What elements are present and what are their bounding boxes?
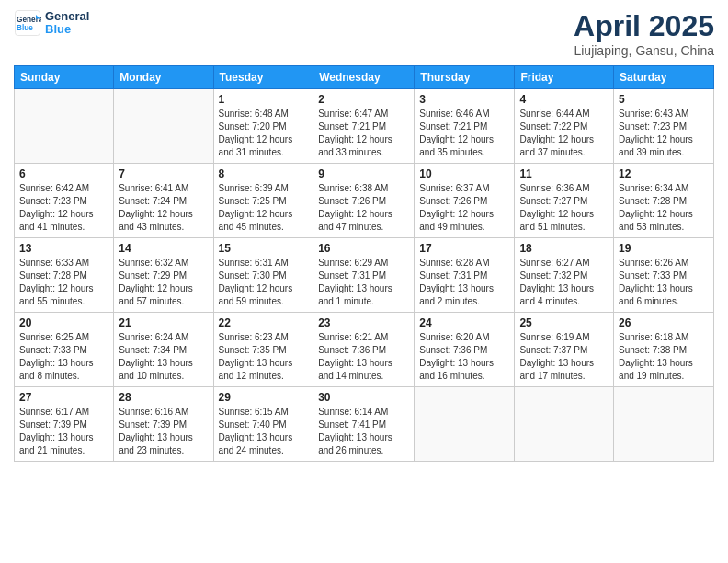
col-sunday: Sunday <box>15 66 114 89</box>
calendar-cell: 24Sunrise: 6:20 AM Sunset: 7:36 PM Dayli… <box>415 313 515 387</box>
day-info: Sunrise: 6:47 AM Sunset: 7:21 PM Dayligh… <box>318 108 409 159</box>
day-number: 17 <box>419 242 509 255</box>
calendar-cell: 1Sunrise: 6:48 AM Sunset: 7:20 PM Daylig… <box>213 89 313 164</box>
calendar-cell: 23Sunrise: 6:21 AM Sunset: 7:36 PM Dayli… <box>313 313 415 387</box>
calendar-cell: 17Sunrise: 6:28 AM Sunset: 7:31 PM Dayli… <box>415 238 515 313</box>
day-info: Sunrise: 6:44 AM Sunset: 7:22 PM Dayligh… <box>519 108 609 159</box>
day-info: Sunrise: 6:21 AM Sunset: 7:36 PM Dayligh… <box>318 331 409 383</box>
calendar-cell: 3Sunrise: 6:46 AM Sunset: 7:21 PM Daylig… <box>415 89 515 164</box>
day-number: 25 <box>519 316 609 329</box>
calendar-cell: 5Sunrise: 6:43 AM Sunset: 7:23 PM Daylig… <box>614 89 714 164</box>
day-info: Sunrise: 6:14 AM Sunset: 7:41 PM Dayligh… <box>318 406 409 457</box>
day-info: Sunrise: 6:32 AM Sunset: 7:29 PM Dayligh… <box>119 257 208 308</box>
calendar-cell: 12Sunrise: 6:34 AM Sunset: 7:28 PM Dayli… <box>614 164 714 238</box>
day-number: 10 <box>419 167 509 180</box>
calendar-header-row: Sunday Monday Tuesday Wednesday Thursday… <box>15 66 714 89</box>
day-number: 12 <box>619 167 709 180</box>
day-info: Sunrise: 6:33 AM Sunset: 7:28 PM Dayligh… <box>19 257 108 308</box>
day-number: 24 <box>419 316 509 329</box>
calendar-cell: 13Sunrise: 6:33 AM Sunset: 7:28 PM Dayli… <box>15 238 114 313</box>
header: General Blue General Blue April 2025 Liu… <box>14 9 714 58</box>
day-info: Sunrise: 6:46 AM Sunset: 7:21 PM Dayligh… <box>419 108 509 159</box>
calendar-cell <box>415 387 515 462</box>
day-number: 18 <box>519 242 609 255</box>
day-info: Sunrise: 6:48 AM Sunset: 7:20 PM Dayligh… <box>219 108 309 159</box>
calendar-cell: 2Sunrise: 6:47 AM Sunset: 7:21 PM Daylig… <box>313 89 415 164</box>
day-info: Sunrise: 6:42 AM Sunset: 7:23 PM Dayligh… <box>19 182 108 234</box>
day-number: 1 <box>219 93 309 106</box>
logo: General Blue General Blue <box>14 9 89 37</box>
calendar-cell: 6Sunrise: 6:42 AM Sunset: 7:23 PM Daylig… <box>15 164 114 238</box>
calendar-cell: 16Sunrise: 6:29 AM Sunset: 7:31 PM Dayli… <box>313 238 415 313</box>
col-wednesday: Wednesday <box>313 66 415 89</box>
calendar-table: Sunday Monday Tuesday Wednesday Thursday… <box>14 65 714 462</box>
calendar-cell <box>15 89 114 164</box>
day-info: Sunrise: 6:23 AM Sunset: 7:35 PM Dayligh… <box>219 331 309 383</box>
day-number: 13 <box>19 242 108 255</box>
col-tuesday: Tuesday <box>213 66 313 89</box>
calendar-cell: 4Sunrise: 6:44 AM Sunset: 7:22 PM Daylig… <box>515 89 614 164</box>
svg-text:Blue: Blue <box>17 24 33 32</box>
day-number: 16 <box>318 242 409 255</box>
day-info: Sunrise: 6:15 AM Sunset: 7:40 PM Dayligh… <box>219 406 309 457</box>
day-number: 22 <box>219 316 309 329</box>
calendar-cell <box>614 387 714 462</box>
day-info: Sunrise: 6:25 AM Sunset: 7:33 PM Dayligh… <box>19 331 108 383</box>
month-title: April 2025 <box>574 9 714 43</box>
day-info: Sunrise: 6:19 AM Sunset: 7:37 PM Dayligh… <box>519 331 609 383</box>
day-number: 6 <box>19 167 108 180</box>
col-friday: Friday <box>515 66 614 89</box>
day-info: Sunrise: 6:39 AM Sunset: 7:25 PM Dayligh… <box>219 182 309 234</box>
calendar-cell: 29Sunrise: 6:15 AM Sunset: 7:40 PM Dayli… <box>213 387 313 462</box>
calendar-cell: 28Sunrise: 6:16 AM Sunset: 7:39 PM Dayli… <box>114 387 213 462</box>
calendar-cell <box>515 387 614 462</box>
calendar-cell: 27Sunrise: 6:17 AM Sunset: 7:39 PM Dayli… <box>15 387 114 462</box>
col-monday: Monday <box>114 66 213 89</box>
day-info: Sunrise: 6:24 AM Sunset: 7:34 PM Dayligh… <box>119 331 208 383</box>
calendar-cell: 7Sunrise: 6:41 AM Sunset: 7:24 PM Daylig… <box>114 164 213 238</box>
logo-text: General Blue <box>45 10 89 37</box>
day-number: 27 <box>19 391 108 404</box>
day-number: 19 <box>619 242 709 255</box>
day-number: 20 <box>19 316 108 329</box>
col-saturday: Saturday <box>614 66 714 89</box>
day-info: Sunrise: 6:38 AM Sunset: 7:26 PM Dayligh… <box>318 182 409 234</box>
day-number: 15 <box>219 242 309 255</box>
page: General Blue General Blue April 2025 Liu… <box>0 0 728 563</box>
calendar-cell <box>114 89 213 164</box>
title-block: April 2025 Liujiaping, Gansu, China <box>574 9 714 58</box>
day-number: 9 <box>318 167 409 180</box>
day-info: Sunrise: 6:34 AM Sunset: 7:28 PM Dayligh… <box>619 182 709 234</box>
day-number: 30 <box>318 391 409 404</box>
calendar-cell: 15Sunrise: 6:31 AM Sunset: 7:30 PM Dayli… <box>213 238 313 313</box>
calendar-cell: 19Sunrise: 6:26 AM Sunset: 7:33 PM Dayli… <box>614 238 714 313</box>
day-number: 5 <box>619 93 709 106</box>
calendar-cell: 22Sunrise: 6:23 AM Sunset: 7:35 PM Dayli… <box>213 313 313 387</box>
day-info: Sunrise: 6:41 AM Sunset: 7:24 PM Dayligh… <box>119 182 208 234</box>
day-info: Sunrise: 6:16 AM Sunset: 7:39 PM Dayligh… <box>119 406 208 457</box>
svg-text:General: General <box>17 16 41 24</box>
calendar-cell: 18Sunrise: 6:27 AM Sunset: 7:32 PM Dayli… <box>515 238 614 313</box>
day-number: 23 <box>318 316 409 329</box>
day-info: Sunrise: 6:20 AM Sunset: 7:36 PM Dayligh… <box>419 331 509 383</box>
calendar-cell: 9Sunrise: 6:38 AM Sunset: 7:26 PM Daylig… <box>313 164 415 238</box>
day-info: Sunrise: 6:27 AM Sunset: 7:32 PM Dayligh… <box>519 257 609 308</box>
day-number: 21 <box>119 316 208 329</box>
calendar-cell: 30Sunrise: 6:14 AM Sunset: 7:41 PM Dayli… <box>313 387 415 462</box>
calendar-cell: 8Sunrise: 6:39 AM Sunset: 7:25 PM Daylig… <box>213 164 313 238</box>
day-info: Sunrise: 6:37 AM Sunset: 7:26 PM Dayligh… <box>419 182 509 234</box>
calendar-cell: 21Sunrise: 6:24 AM Sunset: 7:34 PM Dayli… <box>114 313 213 387</box>
day-number: 28 <box>119 391 208 404</box>
day-number: 3 <box>419 93 509 106</box>
day-info: Sunrise: 6:31 AM Sunset: 7:30 PM Dayligh… <box>219 257 309 308</box>
day-info: Sunrise: 6:26 AM Sunset: 7:33 PM Dayligh… <box>619 257 709 308</box>
day-number: 11 <box>519 167 609 180</box>
day-number: 2 <box>318 93 409 106</box>
day-info: Sunrise: 6:18 AM Sunset: 7:38 PM Dayligh… <box>619 331 709 383</box>
day-number: 26 <box>619 316 709 329</box>
calendar-cell: 10Sunrise: 6:37 AM Sunset: 7:26 PM Dayli… <box>415 164 515 238</box>
calendar-cell: 14Sunrise: 6:32 AM Sunset: 7:29 PM Dayli… <box>114 238 213 313</box>
day-info: Sunrise: 6:36 AM Sunset: 7:27 PM Dayligh… <box>519 182 609 234</box>
col-thursday: Thursday <box>415 66 515 89</box>
day-info: Sunrise: 6:29 AM Sunset: 7:31 PM Dayligh… <box>318 257 409 308</box>
